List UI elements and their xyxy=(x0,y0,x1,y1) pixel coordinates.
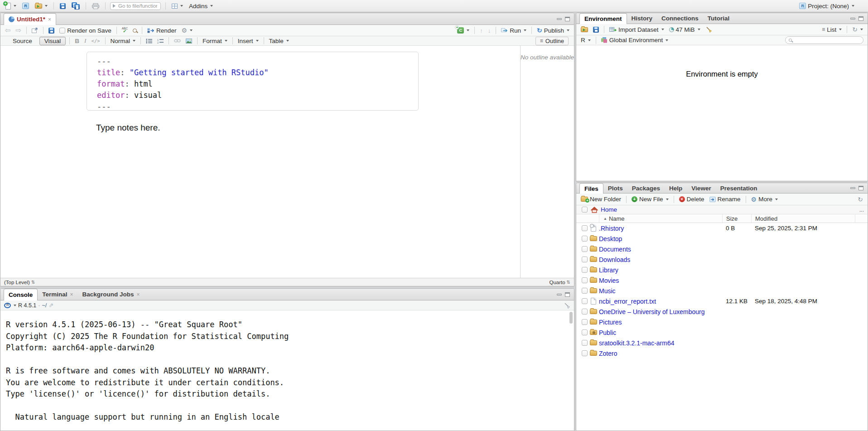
tab-terminal[interactable]: Terminal× xyxy=(38,289,77,300)
console-output[interactable]: R version 4.5.1 (2025-06-13) -- "Great S… xyxy=(0,310,574,431)
file-checkbox[interactable] xyxy=(582,288,588,294)
document-type-label[interactable]: Quarto xyxy=(549,280,565,285)
link-button[interactable] xyxy=(173,38,182,44)
tab-packages[interactable]: Packages xyxy=(627,183,665,193)
language-dropdown[interactable]: R xyxy=(579,36,592,44)
external-link-icon[interactable]: ⇗ xyxy=(48,302,53,308)
minimize-pane-icon[interactable] xyxy=(850,18,855,19)
clear-environment-button[interactable] xyxy=(704,26,714,33)
file-name-link[interactable]: Music xyxy=(599,287,722,295)
file-checkbox[interactable] xyxy=(582,267,588,273)
file-checkbox[interactable] xyxy=(582,329,588,335)
file-name-link[interactable]: sratoolkit.3.2.1-mac-arm64 xyxy=(599,339,722,347)
more-button[interactable]: ⚙ More xyxy=(750,195,779,203)
working-directory-label[interactable]: ~/ xyxy=(42,302,47,309)
refresh-environment-button[interactable]: ↻ xyxy=(851,25,864,34)
file-row[interactable]: OneDrive – University of Luxembourg xyxy=(576,306,868,317)
maximize-pane-icon[interactable] xyxy=(858,16,863,21)
tab-help[interactable]: Help xyxy=(665,183,687,193)
new-project-button[interactable]: R xyxy=(21,2,30,10)
file-row[interactable]: Documents xyxy=(576,244,868,254)
minimize-pane-icon[interactable] xyxy=(557,18,562,20)
tab-console[interactable]: Console xyxy=(4,289,38,300)
addins-button[interactable]: Addins xyxy=(188,2,214,10)
insert-image-button[interactable] xyxy=(184,38,193,44)
file-name-link[interactable]: Movies xyxy=(599,277,722,284)
import-dataset-button[interactable]: Import Dataset xyxy=(608,26,665,34)
goto-file-input[interactable] xyxy=(117,3,158,9)
insert-chunk-button[interactable]: +C xyxy=(456,27,471,34)
new-folder-button[interactable]: + New Folder xyxy=(579,195,622,203)
file-name-link[interactable]: Library xyxy=(599,266,722,274)
tab-history[interactable]: History xyxy=(627,13,657,24)
scope-stepper-icon[interactable]: ⇅ xyxy=(31,280,35,285)
popout-window-button[interactable] xyxy=(30,27,39,34)
rename-button[interactable]: ➔ Rename xyxy=(708,195,742,203)
run-button[interactable]: Run xyxy=(500,27,528,34)
insert-menu[interactable]: Insert xyxy=(236,37,260,45)
document-body-text[interactable]: Type notes here. xyxy=(96,123,160,133)
render-on-save-toggle[interactable]: Render on Save xyxy=(58,27,113,34)
doctype-stepper-icon[interactable]: ⇅ xyxy=(567,280,570,285)
tab-untitled1[interactable]: Untitled1* × xyxy=(4,13,56,25)
minimize-pane-icon[interactable] xyxy=(557,294,562,295)
file-name-link[interactable]: Desktop xyxy=(599,235,722,242)
file-row[interactable]: sratoolkit.3.2.1-mac-arm64 xyxy=(576,338,868,348)
file-row[interactable]: ncbi_error_report.txt 12.1 KB Sep 18, 20… xyxy=(576,296,868,306)
render-on-save-checkbox[interactable] xyxy=(59,28,65,34)
select-all-checkbox[interactable] xyxy=(582,207,588,213)
file-row[interactable]: .Rhistory 0 B Sep 25, 2025, 2:31 PM xyxy=(576,223,868,233)
scrollbar-thumb[interactable] xyxy=(569,312,573,324)
save-all-button[interactable] xyxy=(70,2,81,10)
file-name-link[interactable]: ncbi_error_report.txt xyxy=(599,298,722,305)
file-row[interactable]: Zotero xyxy=(576,348,868,358)
tab-environment[interactable]: Environment xyxy=(579,13,627,24)
file-row[interactable]: Downloads xyxy=(576,254,868,265)
tab-tutorial[interactable]: Tutorial xyxy=(703,13,734,24)
close-tab-icon[interactable]: × xyxy=(70,291,73,298)
italic-button[interactable]: I xyxy=(83,37,88,45)
tab-presentation[interactable]: Presentation xyxy=(716,183,762,193)
code-button[interactable]: </> xyxy=(90,38,101,44)
print-button[interactable] xyxy=(91,3,101,10)
file-checkbox[interactable] xyxy=(582,236,588,242)
file-checkbox[interactable] xyxy=(582,350,588,356)
back-button[interactable]: ⇦ xyxy=(4,26,12,35)
tab-files[interactable]: Files xyxy=(579,183,603,194)
header-size-column[interactable]: Size xyxy=(722,214,751,223)
cursor-scope-label[interactable]: (Top Level) xyxy=(4,280,30,285)
memory-usage-button[interactable]: 47 MiB xyxy=(668,26,702,34)
file-name-link[interactable]: .Rhistory xyxy=(599,225,722,232)
file-checkbox[interactable] xyxy=(582,309,588,315)
file-name-link[interactable]: Pictures xyxy=(599,319,722,326)
environment-search[interactable] xyxy=(785,36,863,44)
file-checkbox[interactable] xyxy=(582,257,588,262)
source-mode-button[interactable]: Source xyxy=(8,37,37,45)
visual-editor-content[interactable]: --- title: "Getting started with RStudio… xyxy=(0,46,574,278)
dropdown-caret[interactable] xyxy=(14,305,16,306)
paragraph-style-dropdown[interactable]: Normal xyxy=(109,37,137,45)
breadcrumb-home-link[interactable]: Home xyxy=(601,206,617,213)
file-checkbox[interactable] xyxy=(582,319,588,325)
minimize-pane-icon[interactable] xyxy=(850,187,855,189)
file-name-link[interactable]: Zotero xyxy=(599,350,722,357)
bullet-list-button[interactable] xyxy=(145,38,154,44)
close-tab-icon[interactable]: × xyxy=(137,291,140,298)
new-file-button[interactable]: + xyxy=(4,2,18,10)
header-modified-column[interactable]: Modified xyxy=(751,214,855,223)
file-row[interactable]: Movies xyxy=(576,275,868,286)
render-settings-button[interactable]: ⚙ xyxy=(180,26,194,34)
display-mode-dropdown[interactable]: ≡ List xyxy=(820,26,843,34)
format-menu[interactable]: Format xyxy=(201,37,229,45)
maximize-pane-icon[interactable] xyxy=(565,292,570,297)
file-name-link[interactable]: Downloads xyxy=(599,256,722,263)
open-file-button[interactable] xyxy=(34,3,49,9)
yaml-front-matter-block[interactable]: --- title: "Getting started with RStudio… xyxy=(87,52,419,111)
publish-button[interactable]: ↻ Publish xyxy=(535,26,571,34)
load-workspace-button[interactable] xyxy=(579,27,589,33)
tab-viewer[interactable]: Viewer xyxy=(687,183,715,193)
file-row[interactable]: Pictures xyxy=(576,317,868,327)
file-name-link[interactable]: OneDrive – University of Luxembourg xyxy=(599,308,722,315)
file-row[interactable]: Public xyxy=(576,327,868,338)
file-row[interactable]: Library xyxy=(576,265,868,275)
